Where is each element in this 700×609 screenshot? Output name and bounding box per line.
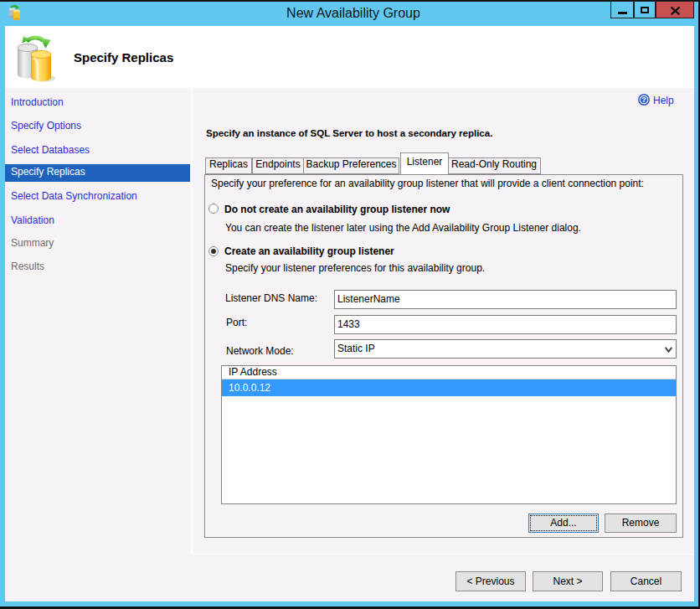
svg-text:?: ? [641, 95, 646, 104]
